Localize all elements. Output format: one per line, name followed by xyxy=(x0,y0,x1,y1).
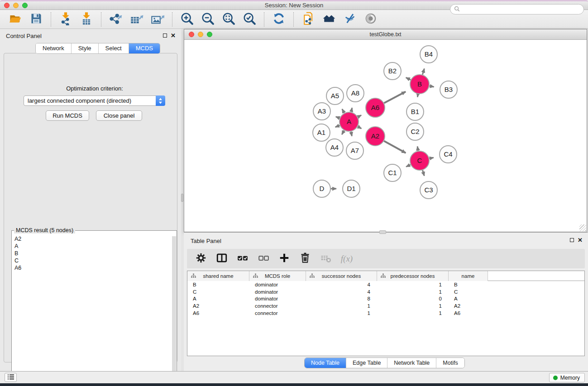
close-panel-icon[interactable]: ✕ xyxy=(171,33,176,38)
node-A7[interactable]: A7 xyxy=(346,142,363,159)
edge-A6-B[interactable] xyxy=(384,91,406,103)
show-panels-button[interactable] xyxy=(5,373,17,382)
cell-successor-nodes[interactable]: 4 xyxy=(306,282,377,287)
node-A5[interactable]: A5 xyxy=(326,87,344,105)
import-network-button[interactable] xyxy=(57,11,75,28)
cell-shared-name[interactable]: B xyxy=(187,282,249,287)
cell-shared-name[interactable]: A2 xyxy=(187,303,249,309)
edge-C-C2[interactable] xyxy=(417,147,418,151)
cell-predecessor-nodes[interactable]: 1 xyxy=(377,303,449,309)
zoom-network-icon[interactable] xyxy=(207,32,212,37)
network-from-selection-button[interactable] xyxy=(299,11,317,28)
cell-MCDS-role[interactable]: dominator xyxy=(249,296,306,301)
edge-A-A7[interactable] xyxy=(351,132,352,136)
cell-successor-nodes[interactable]: 1 xyxy=(306,303,377,309)
mcds-result-list[interactable]: A2ABCA6 xyxy=(14,235,170,384)
cell-name[interactable]: C xyxy=(449,289,488,295)
home-button[interactable] xyxy=(320,11,338,28)
node-A3[interactable]: A3 xyxy=(313,103,330,120)
zoom-fit-button[interactable] xyxy=(220,11,238,28)
edge-A-A6[interactable] xyxy=(358,115,361,117)
select-all-button[interactable] xyxy=(234,251,251,267)
edge-A-A8[interactable] xyxy=(351,108,352,112)
tab-motifs[interactable]: Motifs xyxy=(436,358,464,368)
node-A2[interactable]: A2 xyxy=(366,127,385,146)
node-B[interactable]: B xyxy=(410,75,429,94)
tab-node-table[interactable]: Node Table xyxy=(305,358,346,368)
cell-predecessor-nodes[interactable]: 1 xyxy=(377,282,449,287)
open-file-button[interactable] xyxy=(6,11,24,28)
node-D1[interactable]: D1 xyxy=(343,180,360,197)
node-A6[interactable]: A6 xyxy=(366,98,385,117)
edge-A2-C[interactable] xyxy=(384,141,406,153)
table-row[interactable]: Adominator80A xyxy=(187,295,584,302)
edge-A-A3[interactable] xyxy=(336,117,340,118)
search-box[interactable] xyxy=(450,4,584,14)
edge-B-B1[interactable] xyxy=(417,94,418,97)
table-row[interactable]: Cdominator41C xyxy=(187,288,584,295)
float-panel-icon[interactable] xyxy=(163,33,167,38)
edge-A-A1[interactable] xyxy=(335,125,340,127)
node-B1[interactable]: B1 xyxy=(406,103,424,120)
float-table-panel-icon[interactable] xyxy=(570,238,574,242)
tab-network-table[interactable]: Network Table xyxy=(387,358,436,368)
result-item[interactable]: A xyxy=(14,243,170,250)
cell-successor-nodes[interactable]: 1 xyxy=(306,310,377,316)
horizontal-splitter-grip[interactable] xyxy=(379,230,386,234)
close-table-panel-icon[interactable]: ✕ xyxy=(578,238,583,243)
edge-B-B2[interactable] xyxy=(406,77,411,80)
result-item[interactable]: A2 xyxy=(14,235,170,243)
search-input[interactable] xyxy=(460,6,583,13)
node-C2[interactable]: C2 xyxy=(406,123,424,140)
import-table-button[interactable] xyxy=(77,11,96,28)
node-C4[interactable]: C4 xyxy=(440,146,457,163)
close-panel-button[interactable]: Close panel xyxy=(96,110,142,121)
edge-B-B4[interactable] xyxy=(422,69,424,75)
cell-shared-name[interactable]: A6 xyxy=(187,310,249,316)
column-header-successor-nodes[interactable]: successor nodes xyxy=(306,271,377,281)
table-row[interactable]: A2connector11A2 xyxy=(187,302,584,310)
cell-successor-nodes[interactable]: 4 xyxy=(306,289,377,295)
resize-grip-icon[interactable] xyxy=(579,224,586,231)
export-image-button[interactable] xyxy=(148,11,167,28)
close-network-icon[interactable] xyxy=(189,32,194,37)
run-mcds-button[interactable]: Run MCDS xyxy=(46,110,89,121)
node-B4[interactable]: B4 xyxy=(420,46,437,63)
zoom-out-button[interactable] xyxy=(199,11,217,28)
add-row-button[interactable] xyxy=(276,251,293,267)
zoom-selected-button[interactable] xyxy=(240,11,258,28)
settings-button[interactable] xyxy=(192,251,210,267)
edge-C-C1[interactable] xyxy=(406,165,411,167)
edge-A-A4[interactable] xyxy=(342,130,344,134)
node-B3[interactable]: B3 xyxy=(440,81,457,98)
cell-MCDS-role[interactable]: dominator xyxy=(249,282,306,287)
cell-successor-nodes[interactable]: 8 xyxy=(306,296,377,301)
node-D[interactable]: D xyxy=(313,180,330,197)
cell-name[interactable]: B xyxy=(449,282,488,287)
zoom-in-button[interactable] xyxy=(178,11,196,28)
column-header-shared-name[interactable]: shared name xyxy=(187,271,249,281)
tab-network[interactable]: Network xyxy=(36,43,72,53)
column-header-name[interactable]: name xyxy=(449,271,488,281)
minimize-window-icon[interactable] xyxy=(13,3,19,8)
cell-predecessor-nodes[interactable]: 0 xyxy=(377,296,449,301)
cell-MCDS-role[interactable]: dominator xyxy=(249,289,306,295)
cell-name[interactable]: A xyxy=(449,296,488,301)
node-C[interactable]: C xyxy=(410,151,429,170)
result-scrollbar[interactable] xyxy=(172,236,176,385)
node-A[interactable]: A xyxy=(339,112,359,131)
cell-MCDS-role[interactable]: connector xyxy=(249,303,306,309)
splitter-grip[interactable] xyxy=(181,194,183,202)
refresh-button[interactable] xyxy=(270,11,288,28)
save-session-button[interactable] xyxy=(27,11,45,28)
tab-style[interactable]: Style xyxy=(72,43,99,53)
delete-row-button[interactable] xyxy=(296,251,314,267)
table-row[interactable]: A6connector11A6 xyxy=(187,310,584,317)
zoom-window-icon[interactable] xyxy=(22,3,28,8)
column-header-predecessor-nodes[interactable]: predecessor nodes xyxy=(377,271,449,281)
edge-B-B3[interactable] xyxy=(430,86,434,87)
memory-button[interactable]: Memory xyxy=(549,373,585,382)
tab-edge-table[interactable]: Edge Table xyxy=(346,358,387,368)
cell-name[interactable]: A6 xyxy=(449,310,488,316)
network-window-titlebar[interactable]: testGlobe.txt xyxy=(184,29,587,40)
